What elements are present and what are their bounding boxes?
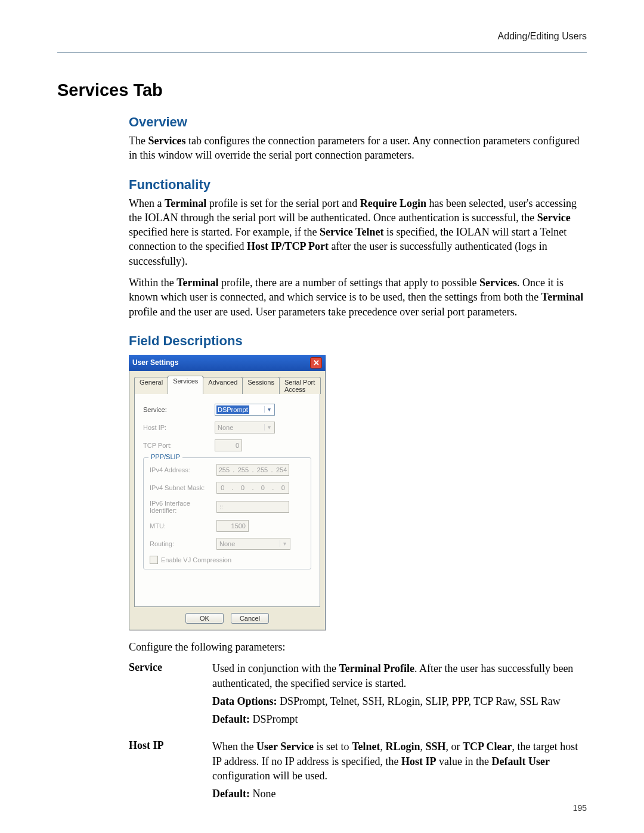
mtu-input[interactable]: 1500 [216,520,249,532]
text: Within the [129,277,177,289]
dialog-title: User Settings [132,358,178,367]
field-label-service: Service [129,661,212,730]
tab-sessions[interactable]: Sessions [242,377,280,394]
hostip-select[interactable]: None ▾ [215,422,275,433]
row-ipv6id: IPv6 Interface Identifier: :: [150,500,305,514]
dot-icon: . [252,466,253,473]
field-table: Service Used in conjunction with the Ter… [129,661,587,804]
bold-services: Services [148,135,185,147]
bold: Terminal Profile [339,662,414,674]
ipv6id-input[interactable]: :: [216,501,289,513]
field-label-hostip: Host IP [129,739,212,804]
chevron-down-icon: ▾ [264,406,273,413]
ipv4addr-input[interactable]: 255. 255. 255. 254 [216,464,289,476]
bold: Host IP [401,755,436,767]
service-select[interactable]: DSPrompt ▾ [215,404,275,416]
field-desc-service: Used in conjunction with the Terminal Pr… [212,661,587,730]
routing-label: Routing: [150,540,216,547]
dot-icon: . [252,484,253,491]
pppslip-legend: PPP/SLIP [148,453,182,460]
row-hostip: Host IP: None ▾ [143,422,311,433]
service-label: Service: [143,406,215,413]
bold: Default User [492,755,550,767]
functionality-heading: Functionality [129,177,587,193]
text: is set to [314,741,352,753]
vj-checkbox[interactable] [150,556,158,564]
tab-services[interactable]: Services [168,376,203,393]
bold: SSH [426,741,446,753]
octet: 254 [276,466,287,473]
dot-icon: . [232,484,234,491]
text: profile is set for the serial port and [206,197,360,209]
text: value in the [436,755,492,767]
bold: Service Telnet [320,226,383,238]
dot-icon: . [233,466,234,473]
text: DSPrompt [250,713,298,725]
octet: 0 [241,484,244,491]
bold: TCP Clear [463,741,512,753]
ipv4addr-label: IPv4 Address: [150,466,216,473]
text: When the [212,741,256,753]
bold: RLogin [385,741,420,753]
row-routing: Routing: None ▾ [150,538,305,550]
dialog-button-row: OK Cancel [134,613,320,624]
page: Adding/Editing Users Services Tab Overvi… [0,0,644,833]
header-rule [57,52,587,53]
octet: 255 [257,466,268,473]
overview-paragraph: The Services tab configures the connecti… [129,134,587,163]
routing-select[interactable]: None ▾ [216,538,290,550]
tab-general[interactable]: General [134,377,168,394]
tab-advanced[interactable]: Advanced [203,377,243,394]
tab-strip: General Services Advanced Sessions Seria… [134,376,320,393]
field-row-service: Service Used in conjunction with the Ter… [129,661,587,730]
text: , [420,741,426,753]
octet: 0 [261,484,265,491]
bold: Terminal [177,277,218,289]
user-settings-dialog: User Settings ✕ General Services Advance… [129,355,326,630]
text: profile and the user are used. User para… [129,306,517,318]
vj-label: Enable VJ Compression [161,556,231,563]
row-ipv4mask: IPv4 Subnet Mask: 0. 0. 0. 0 [150,482,305,494]
octet: 0 [221,484,224,491]
bold: Data Options: [212,695,277,707]
text: Used in conjunction with the [212,662,339,674]
page-number: 195 [573,803,587,813]
tab-serial-port-access[interactable]: Serial Port Access [279,377,321,394]
close-button[interactable]: ✕ [310,357,322,368]
bold: User Service [256,741,314,753]
field-desc-hostip: When the User Service is set to Telnet, … [212,739,587,804]
octet: 255 [238,466,249,473]
octet: 255 [219,466,230,473]
text: specified here is started. For example, … [129,226,320,238]
titlebar: User Settings ✕ [129,355,326,371]
row-service: Service: DSPrompt ▾ [143,404,311,416]
octet: 0 [281,484,285,491]
text: DSPrompt, Telnet, SSH, RLogin, SLIP, PPP… [277,695,561,707]
ipv4mask-input[interactable]: 0. 0. 0. 0 [216,482,289,494]
configure-sentence: Configure the following parameters: [129,640,587,654]
text: When a [129,197,165,209]
chevron-down-icon: ▾ [280,540,289,547]
cancel-button[interactable]: Cancel [231,613,269,624]
tcpport-input[interactable]: 0 [215,439,242,451]
dialog-body: General Services Advanced Sessions Seria… [129,371,326,630]
ipv4mask-label: IPv4 Subnet Mask: [150,484,216,491]
chevron-down-icon: ▾ [264,424,273,431]
header-breadcrumb: Adding/Editing Users [57,31,587,42]
bold: Telnet [352,741,380,753]
mtu-label: MTU: [150,522,216,529]
dot-icon: . [271,466,273,473]
tcpport-label: TCP Port: [143,442,215,449]
vj-compression-checkbox-row: Enable VJ Compression [150,556,305,564]
tab-pane-services: Service: DSPrompt ▾ Host IP: None ▾ [134,392,320,607]
row-ipv4addr: IPv4 Address: 255. 255. 255. 254 [150,464,305,476]
field-row-hostip: Host IP When the User Service is set to … [129,739,587,804]
bold: Host IP/TCP Port [247,240,329,252]
service-value: DSPrompt [216,405,249,414]
hostip-value: None [216,424,233,431]
text: , or [446,741,463,753]
ok-button[interactable]: OK [185,613,224,624]
close-icon: ✕ [313,359,320,367]
bold: Services [479,277,517,289]
dot-icon: . [272,484,274,491]
